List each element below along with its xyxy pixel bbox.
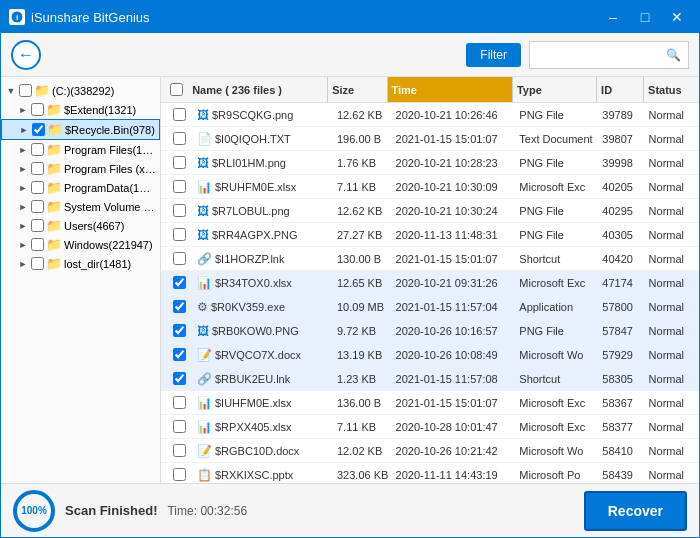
sidebar-item-recycle[interactable]: ► 📁 $Recycle.Bin(978) xyxy=(1,119,160,140)
cell-time: 2020-10-21 09:31:26 xyxy=(392,277,516,289)
cell-id: 57800 xyxy=(598,301,644,313)
cell-id: 47174 xyxy=(598,277,644,289)
table-row: 🔗 $I1HORZP.lnk 130.00 B 2021-01-15 15:01… xyxy=(161,247,699,271)
tree-toggle[interactable]: ► xyxy=(17,104,29,116)
toolbar: ← Filter 🔍 xyxy=(1,33,699,77)
row-checkbox[interactable] xyxy=(173,420,186,433)
recover-button[interactable]: Recover xyxy=(584,491,687,531)
row-checkbox[interactable] xyxy=(173,348,186,361)
sidebar-item-program-files-x86[interactable]: ► 📁 Program Files (x86)(7470) xyxy=(1,159,160,178)
file-name: $RUHFM0E.xlsx xyxy=(215,181,296,193)
cell-time: 2021-01-15 15:01:07 xyxy=(392,253,516,265)
select-all-checkbox[interactable] xyxy=(170,83,183,96)
sidebar-item-users[interactable]: ► 📁 Users(4667) xyxy=(1,216,160,235)
row-checkbox-1 xyxy=(165,132,193,145)
file-name: $R7LOBUL.png xyxy=(212,205,290,217)
cell-id: 39807 xyxy=(598,133,644,145)
col-header-id[interactable]: ID xyxy=(597,77,644,102)
file-type-icon: 📝 xyxy=(197,348,212,362)
sidebar-item-system-volume[interactable]: ► 📁 System Volume Information(6) xyxy=(1,197,160,216)
item-checkbox[interactable] xyxy=(31,143,44,156)
sidebar-item-extend[interactable]: ► 📁 $Extend(1321) xyxy=(1,100,160,119)
sidebar-item-lost-dir[interactable]: ► 📁 lost_dir(1481) xyxy=(1,254,160,273)
row-checkbox[interactable] xyxy=(173,252,186,265)
search-icon[interactable]: 🔍 xyxy=(660,48,687,62)
cell-id: 57929 xyxy=(598,349,644,361)
main-window: i iSunshare BitGenius – □ ✕ ← Filter 🔍 ▼ xyxy=(0,0,700,538)
window-controls: – □ ✕ xyxy=(599,5,691,29)
item-checkbox[interactable] xyxy=(31,219,44,232)
row-checkbox[interactable] xyxy=(173,372,186,385)
root-checkbox[interactable] xyxy=(19,84,32,97)
col-header-type[interactable]: Type xyxy=(513,77,597,102)
item-checkbox[interactable] xyxy=(31,238,44,251)
file-panel: Name ( 236 files ) Size Time Type ID Sta… xyxy=(161,77,699,483)
folder-icon: 📁 xyxy=(46,161,62,176)
cell-type: PNG File xyxy=(515,229,598,241)
row-checkbox[interactable] xyxy=(173,132,186,145)
back-button[interactable]: ← xyxy=(11,40,41,70)
cell-status: Normal xyxy=(645,301,695,313)
title-bar: i iSunshare BitGenius – □ ✕ xyxy=(1,1,699,33)
tree-toggle[interactable]: ► xyxy=(18,124,30,136)
row-checkbox[interactable] xyxy=(173,156,186,169)
tree-toggle[interactable]: ▼ xyxy=(5,85,17,97)
cell-id: 39789 xyxy=(598,109,644,121)
filter-button[interactable]: Filter xyxy=(466,43,521,67)
item-label: $Extend(1321) xyxy=(64,104,136,116)
tree-toggle[interactable]: ► xyxy=(17,163,29,175)
cell-time: 2020-11-13 11:48:31 xyxy=(392,229,516,241)
row-checkbox[interactable] xyxy=(173,180,186,193)
cell-time: 2020-11-11 14:43:19 xyxy=(392,469,516,481)
tree-toggle[interactable]: ► xyxy=(17,258,29,270)
cell-name: 📊 $IUHFM0E.xlsx xyxy=(193,396,333,410)
item-checkbox[interactable] xyxy=(32,123,45,136)
col-header-time[interactable]: Time xyxy=(388,77,513,102)
tree-toggle[interactable]: ► xyxy=(17,144,29,156)
cell-name: 🖼 $R7LOBUL.png xyxy=(193,204,333,218)
table-row: ⚙ $R0KV359.exe 10.09 MB 2021-01-15 11:57… xyxy=(161,295,699,319)
folder-icon: 📁 xyxy=(46,256,62,271)
file-type-icon: 📊 xyxy=(197,420,212,434)
cell-name: 📊 $R34TOX0.xlsx xyxy=(193,276,333,290)
row-checkbox-10 xyxy=(165,348,193,361)
table-row: 📄 $I0QIQOH.TXT 196.00 B 2021-01-15 15:01… xyxy=(161,127,699,151)
tree-toggle[interactable]: ► xyxy=(17,201,29,213)
row-checkbox[interactable] xyxy=(173,468,186,481)
col-header-name[interactable]: Name ( 236 files ) xyxy=(188,77,328,102)
sidebar-item-windows[interactable]: ► 📁 Windows(221947) xyxy=(1,235,160,254)
main-content: ▼ 📁 (C:)(338292) ► 📁 $Extend(1321) ► 📁 $… xyxy=(1,77,699,483)
sidebar-item-program-files[interactable]: ► 📁 Program Files(12576) xyxy=(1,140,160,159)
maximize-button[interactable]: □ xyxy=(631,5,659,29)
close-button[interactable]: ✕ xyxy=(663,5,691,29)
item-label: Users(4667) xyxy=(64,220,125,232)
row-checkbox[interactable] xyxy=(173,228,186,241)
item-checkbox[interactable] xyxy=(31,162,44,175)
file-name: $RXKIXSC.pptx xyxy=(215,469,293,481)
row-checkbox[interactable] xyxy=(173,204,186,217)
item-checkbox[interactable] xyxy=(31,181,44,194)
row-checkbox[interactable] xyxy=(173,444,186,457)
tree-toggle[interactable]: ► xyxy=(17,182,29,194)
cell-id: 40305 xyxy=(598,229,644,241)
tree-toggle[interactable]: ► xyxy=(17,220,29,232)
sidebar-item-programdata[interactable]: ► 📁 ProgramData(1955) xyxy=(1,178,160,197)
row-checkbox[interactable] xyxy=(173,300,186,313)
row-checkbox[interactable] xyxy=(173,324,186,337)
file-type-icon: 🔗 xyxy=(197,372,212,386)
row-checkbox[interactable] xyxy=(173,108,186,121)
tree-toggle[interactable]: ► xyxy=(17,239,29,251)
col-header-status[interactable]: Status xyxy=(644,77,695,102)
minimize-button[interactable]: – xyxy=(599,5,627,29)
row-checkbox[interactable] xyxy=(173,396,186,409)
item-checkbox[interactable] xyxy=(31,257,44,270)
sidebar-root-item[interactable]: ▼ 📁 (C:)(338292) xyxy=(1,81,160,100)
search-input[interactable] xyxy=(530,48,660,62)
item-checkbox[interactable] xyxy=(31,103,44,116)
row-checkbox[interactable] xyxy=(173,276,186,289)
table-row: 🔗 $RBUK2EU.lnk 1.23 KB 2021-01-15 11:57:… xyxy=(161,367,699,391)
col-header-size[interactable]: Size xyxy=(328,77,387,102)
item-checkbox[interactable] xyxy=(31,200,44,213)
cell-status: Normal xyxy=(645,445,695,457)
table-row: 🖼 $RR4AGPX.PNG 27.27 KB 2020-11-13 11:48… xyxy=(161,223,699,247)
